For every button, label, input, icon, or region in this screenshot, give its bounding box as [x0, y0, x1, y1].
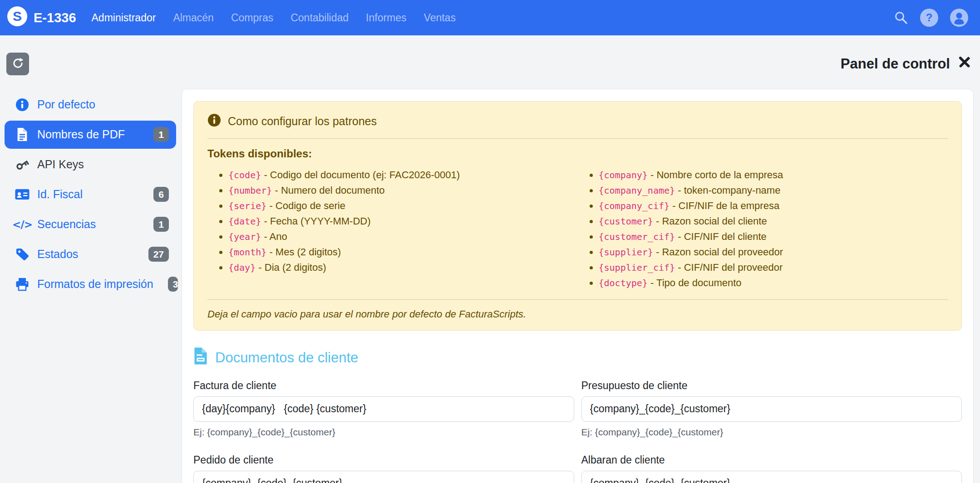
pedido-de-cliente-input[interactable]	[193, 471, 574, 483]
field-hint: Ej: {company}_{code}_{customer}	[193, 427, 574, 438]
sidebar-item-formatos-de-impresion[interactable]: Formatos de impresión 3	[5, 270, 176, 298]
field-label: Factura de cliente	[193, 380, 574, 392]
token-list-right: {company} - Nombre corto de la empresa {…	[578, 167, 948, 291]
token-code: {day}	[228, 262, 256, 273]
sidebar-item-api-keys[interactable]: API Keys	[5, 151, 176, 179]
alert-header: Como configurar los patrones	[207, 113, 948, 130]
nav-item-ventas[interactable]: Ventas	[424, 12, 456, 24]
info-circle-icon	[15, 98, 30, 112]
count-badge: 3	[168, 277, 178, 292]
sidebar-item-por-defecto[interactable]: Por defecto	[5, 91, 176, 119]
token-code: {customer}	[599, 216, 653, 227]
token-desc: - Fecha (YYYY-MM-DD)	[264, 215, 370, 227]
count-badge: 27	[148, 247, 169, 262]
page-title-text: Panel de control	[841, 56, 950, 72]
field-label: Pedido de cliente	[193, 454, 574, 466]
token-desc: - Razon social del cliente	[656, 215, 767, 227]
sidebar-item-estados[interactable]: Estados 27	[5, 240, 176, 268]
token-desc: - CIF/NIF del proveedor	[678, 262, 783, 273]
navbar-actions: ?	[894, 9, 968, 27]
count-badge: 1	[153, 217, 169, 232]
token-desc: - Codigo del documento (ej: FAC2026-0001…	[264, 169, 460, 181]
token-desc: - Mes (2 digitos)	[269, 246, 341, 258]
sidebar-item-label: Por defecto	[37, 98, 95, 111]
token-code: {date}	[228, 216, 261, 227]
token-item: {day} - Dia (2 digitos)	[228, 260, 578, 275]
alert-title: Como configurar los patrones	[228, 115, 377, 128]
brand-name: E-1336	[34, 10, 76, 25]
tools-icon	[956, 54, 973, 74]
info-alert: Como configurar los patrones Tokens disp…	[193, 101, 962, 331]
search-icon[interactable]	[894, 10, 908, 25]
token-desc: - CIF/NIF del cliente	[678, 231, 767, 242]
id-card-icon	[15, 189, 30, 200]
nav-item-informes[interactable]: Informes	[366, 12, 406, 24]
nav-item-contabilidad[interactable]: Contabilidad	[291, 12, 349, 24]
sidebar-item-label: Id. Fiscal	[37, 188, 83, 201]
token-code: {company}	[599, 170, 648, 181]
toolbar-row: Panel de control	[0, 35, 980, 89]
info-icon	[207, 113, 221, 130]
sidebar-item-id-fiscal[interactable]: Id. Fiscal 6	[5, 181, 176, 209]
section-documentos-de-cliente-title: Documentos de cliente	[193, 347, 962, 369]
tokens-heading: Tokens disponibles:	[207, 147, 948, 160]
code-icon: </>	[15, 219, 30, 230]
token-desc: - Codigo de serie	[269, 200, 345, 211]
token-item: {supplier_cif} - CIF/NIF del proveedor	[599, 260, 948, 275]
nav-item-compras[interactable]: Compras	[231, 12, 273, 24]
print-icon	[15, 278, 30, 291]
token-code: {number}	[228, 185, 272, 196]
token-code: {supplier}	[599, 247, 653, 258]
token-code: {year}	[228, 231, 261, 242]
token-item: {company_cif} - CIF/NIF de la empresa	[599, 198, 948, 214]
token-item: {doctype} - Tipo de documento	[599, 275, 948, 291]
token-code: {company_name}	[599, 185, 675, 196]
main-layout: Por defecto Nombres de PDF 1 API Keys Id…	[0, 89, 980, 483]
token-code: {month}	[228, 247, 266, 258]
token-desc: - Nombre corto de la empresa	[650, 169, 783, 181]
token-desc: - Numero del documento	[275, 185, 384, 196]
sidebar-item-nombres-de-pdf[interactable]: Nombres de PDF 1	[5, 121, 176, 149]
token-item: {date} - Fecha (YYYY-MM-DD)	[228, 214, 578, 229]
app-logo-icon: S	[7, 6, 27, 29]
token-code: {supplier_cif}	[599, 262, 675, 273]
sidebar: Por defecto Nombres de PDF 1 API Keys Id…	[5, 89, 176, 300]
brand-link[interactable]: S E-1336	[7, 6, 76, 29]
alert-divider	[207, 299, 948, 300]
svg-text:S: S	[13, 9, 22, 24]
field-factura-de-cliente: Factura de cliente Ej: {company}_{code}_…	[193, 380, 574, 438]
user-avatar-icon[interactable]	[950, 9, 968, 27]
token-code: {doctype}	[599, 278, 648, 288]
albaran-de-cliente-input[interactable]	[581, 471, 962, 483]
nav-item-almacen[interactable]: Almacén	[173, 12, 213, 24]
tokens-columns: {code} - Codigo del documento (ej: FAC20…	[207, 167, 948, 291]
alert-divider	[207, 138, 948, 139]
sidebar-item-label: API Keys	[37, 158, 84, 171]
sidebar-item-label: Nombres de PDF	[37, 128, 125, 141]
nav-item-administrador[interactable]: Administrador	[92, 12, 156, 24]
field-pedido-de-cliente: Pedido de cliente Ej: {company}_{code}_{…	[193, 454, 574, 483]
token-desc: - Razon social del proveedor	[656, 246, 783, 258]
help-icon[interactable]: ?	[920, 9, 938, 27]
token-code: {code}	[228, 170, 261, 181]
token-item: {month} - Mes (2 digitos)	[228, 244, 578, 260]
pattern-form: Factura de cliente Ej: {company}_{code}_…	[193, 380, 962, 483]
token-item: {number} - Numero del documento	[228, 183, 578, 198]
field-label: Albaran de cliente	[581, 454, 962, 466]
sidebar-item-label: Formatos de impresión	[37, 278, 153, 291]
token-desc: - token-company-name	[678, 185, 780, 196]
key-icon	[15, 158, 30, 171]
main-menu: Administrador Almacén Compras Contabilid…	[92, 12, 456, 24]
token-code: {company_cif}	[599, 200, 670, 211]
refresh-button[interactable]	[6, 53, 29, 75]
field-presupuesto-de-cliente: Presupuesto de cliente Ej: {company}_{co…	[581, 380, 962, 438]
token-item: {serie} - Codigo de serie	[228, 198, 578, 214]
token-code: {serie}	[228, 200, 266, 211]
presupuesto-de-cliente-input[interactable]	[581, 396, 962, 422]
sidebar-item-secuencias[interactable]: </> Secuencias 1	[5, 210, 176, 239]
top-navbar: S E-1336 Administrador Almacén Compras C…	[0, 0, 980, 35]
token-desc: - Dia (2 digitos)	[258, 262, 326, 273]
factura-de-cliente-input[interactable]	[193, 396, 574, 422]
token-item: {year} - Ano	[228, 229, 578, 244]
refresh-icon	[12, 57, 24, 71]
